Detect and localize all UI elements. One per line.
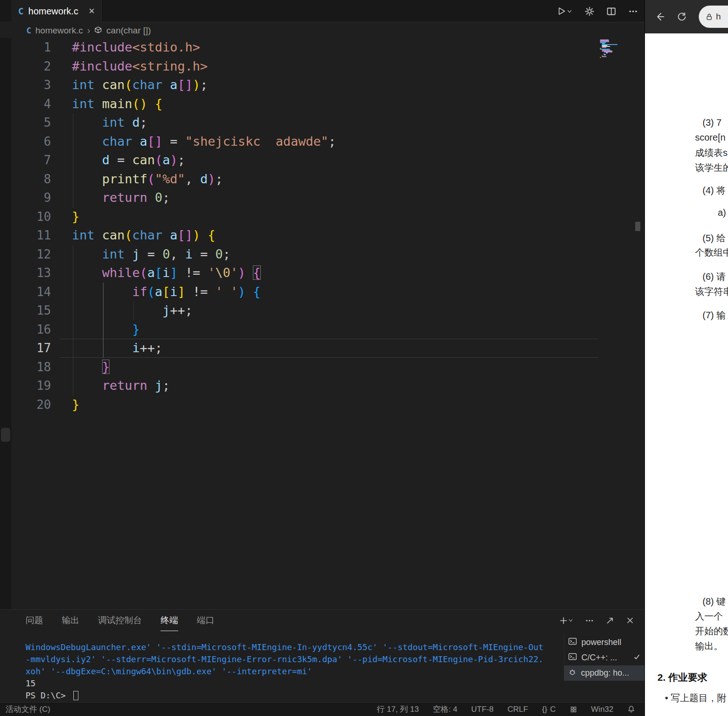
document-text-line: 2. 作业要求 (657, 671, 707, 684)
status-extension[interactable] (570, 706, 577, 713)
breadcrumb-separator: › (87, 25, 90, 36)
code-line-17: i++; (72, 339, 336, 358)
code-line-13: while(a[i] != '\0') { (72, 264, 336, 283)
line-number: 9 (0, 188, 51, 207)
status-language[interactable]: {} C (542, 705, 556, 714)
terminal-output[interactable]: WindowsDebugLauncher.exe' '--stdin=Micro… (26, 641, 543, 702)
new-terminal-button[interactable] (559, 616, 573, 625)
code-line-20: } (72, 395, 336, 414)
address-bar[interactable]: h (699, 6, 728, 28)
terminal-line: 15 (26, 677, 543, 690)
breadcrumb-file[interactable]: homework.c (35, 26, 83, 36)
document-text-line: a) (718, 207, 726, 218)
line-number: 7 (0, 151, 51, 170)
address-text: h (716, 12, 721, 22)
document-text-line: (3) 7 (702, 117, 722, 128)
document-text-line: (8) 键 (702, 595, 726, 608)
terminal-icon (568, 653, 577, 663)
status-eol[interactable]: CRLF (508, 705, 528, 714)
status-line-col[interactable]: 行 17, 列 13 (377, 704, 419, 715)
line-number: 5 (0, 113, 51, 132)
terminal-list-item[interactable]: C/C++: ... (564, 650, 644, 665)
document-text-line: (6) 请 (702, 271, 726, 283)
status-indent[interactable]: 空格: 4 (433, 704, 457, 715)
panel-actions (559, 610, 634, 631)
tab-homework-c[interactable]: C homework.c × (12, 0, 102, 22)
back-button[interactable] (654, 11, 665, 22)
panel-tab-output[interactable]: 输出 (62, 610, 79, 631)
more-actions-icon[interactable] (628, 6, 638, 16)
status-active-file[interactable]: 活动文件 (C) (6, 704, 50, 715)
minimap-line (602, 47, 606, 48)
code-line-6: char a[] = "shejciskc adawde"; (72, 132, 336, 151)
panel-tab-terminal[interactable]: 终端 (161, 610, 178, 631)
document-content[interactable]: (3) 7score[n成绩表s该学生的(4) 将a)(5) 给个数组中(6) … (645, 33, 728, 716)
minimap[interactable] (600, 39, 619, 58)
panel-tab-problems[interactable]: 问题 (26, 610, 43, 631)
document-text-line: 输出。 (695, 640, 723, 652)
line-number: 12 (0, 245, 51, 264)
line-number: 4 (0, 95, 51, 114)
code-line-2: #include<string.h> (72, 57, 336, 76)
close-tab-icon[interactable]: × (89, 6, 95, 16)
tab-title: homework.c (28, 6, 78, 17)
code-line-4: int main() { (72, 95, 336, 114)
document-text-line: score[n (695, 132, 726, 143)
settings-gear-icon[interactable] (585, 6, 594, 16)
chevron-down-icon (567, 8, 573, 14)
bottom-panel: 问题输出调试控制台终端端口 WindowsDebugLauncher.exe' … (0, 609, 644, 702)
line-number: 17 (0, 339, 51, 358)
panel-tab-ports[interactable]: 端口 (197, 610, 214, 631)
document-text-line: 该字符串 (695, 285, 728, 298)
document-text-line: 入一个 (695, 610, 723, 623)
terminal-line: xoh' '--dbgExe=C:\mingw64\bin\gdb.exe' '… (26, 665, 543, 677)
line-number: 2 (0, 57, 51, 76)
code-line-12: int j = 0, i = 0; (72, 245, 336, 264)
editor-tab-bar: C homework.c × (0, 0, 644, 22)
terminal-line: PS D:\C> (26, 690, 543, 702)
code-line-8: printf("%d", d); (72, 170, 336, 189)
line-number: 8 (0, 170, 51, 189)
extension-icon (570, 706, 577, 713)
status-encoding[interactable]: UTF-8 (471, 705, 494, 714)
terminal-list: powershellC/C++: ...cppdbg: ho... (564, 634, 644, 681)
panel-more-actions-icon[interactable] (585, 616, 594, 625)
split-editor-icon[interactable] (606, 6, 616, 16)
code-line-11: int can(char a[]) { (72, 226, 336, 245)
terminal-list-label: powershell (581, 638, 621, 647)
line-number: 18 (0, 358, 51, 377)
status-right-group: 行 17, 列 13 空格: 4 UTF-8 CRLF {} C Win32 (377, 704, 635, 715)
braces-icon: {} (542, 705, 547, 714)
c-file-icon: C (18, 6, 24, 17)
chevron-down-icon (568, 618, 573, 623)
terminal-icon (568, 638, 577, 647)
panel-tab-debug-console[interactable]: 调试控制台 (98, 610, 142, 631)
code-editor[interactable]: 1234567891011121314151617181920 #include… (0, 38, 644, 609)
document-text-line: (4) 将 (702, 184, 726, 197)
screen: C homework.c × (0, 0, 728, 716)
terminal-list-item[interactable]: powershell (564, 635, 644, 650)
editor-actions (556, 0, 638, 22)
code-content: #include<stdio.h>#include<string.h>int c… (72, 38, 336, 414)
breadcrumb: C homework.c › can(char []) (0, 23, 644, 38)
notifications-bell-icon[interactable] (627, 705, 635, 713)
status-config[interactable]: Win32 (591, 705, 613, 714)
code-line-7: d = can(a); (72, 151, 336, 170)
line-number: 11 (0, 226, 51, 245)
terminal-list-item[interactable]: cppdbg: ho... (564, 665, 644, 681)
breadcrumb-symbol[interactable]: can(char []) (106, 26, 151, 36)
browser-toolbar: h (645, 0, 728, 33)
document-text-line: • 写上题目，附 (665, 692, 727, 704)
terminal-cursor (73, 691, 78, 700)
line-number: 15 (0, 301, 51, 320)
terminal-line: WindowsDebugLauncher.exe' '--stdin=Micro… (26, 641, 543, 653)
minimap-line (602, 56, 606, 57)
panel-tabs: 问题输出调试控制台终端端口 (26, 610, 214, 631)
maximize-panel-icon[interactable] (606, 616, 614, 625)
code-line-3: int can(char a[]); (72, 76, 336, 95)
run-debug-button[interactable] (556, 6, 573, 16)
minimap-line (604, 52, 612, 52)
close-panel-icon[interactable] (626, 616, 634, 625)
refresh-button[interactable] (676, 12, 687, 22)
minimap-line (606, 52, 608, 53)
